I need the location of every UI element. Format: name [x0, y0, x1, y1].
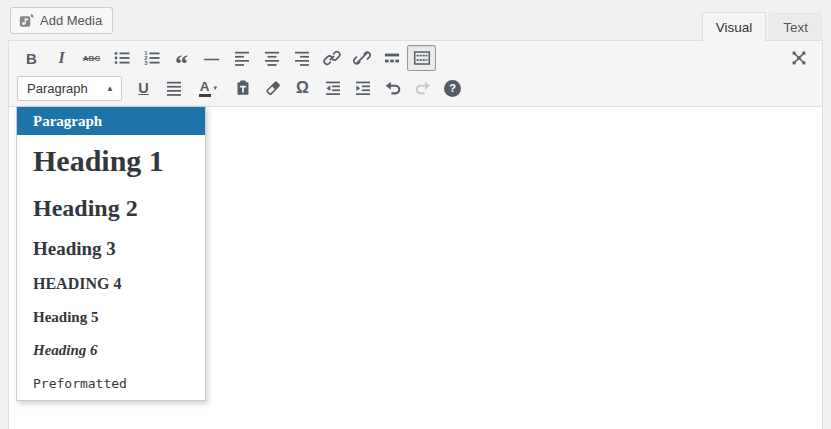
numbered-list-button[interactable]: 1 2 3	[137, 45, 166, 71]
paste-as-text-icon	[234, 79, 252, 97]
format-option-heading-3[interactable]: Heading 3	[17, 230, 205, 267]
underline-icon: U	[138, 80, 148, 96]
help-button[interactable]: ?	[438, 75, 467, 101]
increase-indent-button[interactable]	[348, 75, 377, 101]
remove-link-button[interactable]	[347, 45, 376, 71]
format-select[interactable]: Paragraph ▲	[17, 76, 122, 101]
format-dropdown-menu: Paragraph Heading 1 Heading 2 Heading 3 …	[16, 106, 206, 401]
add-media-label: Add Media	[40, 13, 102, 28]
indent-icon	[354, 79, 372, 97]
format-option-label: Heading 5	[33, 309, 98, 326]
bold-button[interactable]: B	[17, 45, 46, 71]
fullscreen-icon	[790, 49, 808, 67]
format-option-label: Heading 3	[33, 238, 116, 260]
redo-button[interactable]	[408, 75, 437, 101]
paste-as-text-button[interactable]	[228, 75, 257, 101]
blockquote-button[interactable]: “	[167, 45, 196, 71]
bullet-list-icon	[113, 49, 131, 67]
help-icon: ?	[444, 80, 461, 97]
more-tag-button[interactable]	[377, 45, 406, 71]
format-option-preformatted[interactable]: Preformatted	[17, 367, 205, 400]
svg-text:3: 3	[144, 60, 148, 66]
undo-button[interactable]	[378, 75, 407, 101]
format-option-label: Paragraph	[33, 113, 102, 130]
redo-icon	[414, 79, 432, 97]
format-option-heading-1[interactable]: Heading 1	[17, 135, 205, 187]
align-left-icon	[233, 49, 251, 67]
format-option-heading-5[interactable]: Heading 5	[17, 301, 205, 334]
strikethrough-icon: ABC	[83, 54, 100, 63]
tab-text-label: Text	[783, 20, 808, 35]
text-color-button[interactable]: A ▾	[189, 75, 227, 101]
more-tag-icon	[383, 49, 401, 67]
bold-icon: B	[26, 50, 37, 67]
format-option-label: Preformatted	[33, 376, 127, 391]
undo-icon	[384, 79, 402, 97]
insert-link-button[interactable]	[317, 45, 346, 71]
outdent-icon	[324, 79, 342, 97]
tab-visual-label: Visual	[716, 20, 753, 35]
link-icon	[323, 49, 341, 67]
format-option-heading-2[interactable]: Heading 2	[17, 187, 205, 230]
bullet-list-button[interactable]	[107, 45, 136, 71]
format-option-heading-6[interactable]: Heading 6	[17, 334, 205, 367]
editor-mode-tabs: Visual Text	[702, 12, 822, 41]
align-right-button[interactable]	[287, 45, 316, 71]
format-option-heading-4[interactable]: Heading 4	[17, 267, 205, 301]
clear-formatting-button[interactable]	[258, 75, 287, 101]
toolbar-row-1: B I ABC 1 2	[17, 43, 814, 73]
decrease-indent-button[interactable]	[318, 75, 347, 101]
align-center-button[interactable]	[257, 45, 286, 71]
add-media-button[interactable]: Add Media	[10, 7, 113, 34]
toolbar-row-2: Paragraph ▲ U A ▾	[17, 73, 814, 103]
align-center-icon	[263, 49, 281, 67]
underline-button[interactable]: U	[129, 75, 158, 101]
justify-icon	[165, 79, 183, 97]
fullscreen-button[interactable]	[784, 45, 813, 71]
blockquote-icon: “	[175, 60, 188, 68]
toolbar-toggle-icon	[413, 49, 431, 67]
chevron-up-icon: ▲	[106, 84, 114, 93]
italic-icon: I	[58, 49, 64, 67]
format-option-label: Heading 2	[33, 195, 138, 222]
format-select-value: Paragraph	[27, 81, 88, 96]
tab-text[interactable]: Text	[769, 13, 822, 41]
toolbar-toggle-button[interactable]	[407, 45, 436, 71]
chevron-down-icon: ▾	[214, 84, 218, 92]
text-color-icon: A	[199, 80, 211, 97]
align-right-icon	[293, 49, 311, 67]
format-option-paragraph[interactable]: Paragraph	[17, 107, 205, 135]
unlink-icon	[353, 49, 371, 67]
format-option-label: Heading 4	[33, 275, 121, 293]
format-option-label: Heading 6	[33, 342, 98, 359]
editor-toolbar: B I ABC 1 2	[9, 41, 822, 107]
align-left-button[interactable]	[227, 45, 256, 71]
horizontal-rule-icon: —	[204, 50, 219, 67]
special-character-button[interactable]: Ω	[288, 75, 317, 101]
justify-button[interactable]	[159, 75, 188, 101]
eraser-icon	[264, 79, 282, 97]
numbered-list-icon: 1 2 3	[143, 49, 161, 67]
horizontal-rule-button[interactable]: —	[197, 45, 226, 71]
strikethrough-button[interactable]: ABC	[77, 45, 106, 71]
media-icon	[19, 13, 34, 28]
omega-icon: Ω	[296, 79, 309, 97]
format-option-label: Heading 1	[33, 144, 164, 178]
italic-button[interactable]: I	[47, 45, 76, 71]
tab-visual[interactable]: Visual	[702, 12, 767, 41]
